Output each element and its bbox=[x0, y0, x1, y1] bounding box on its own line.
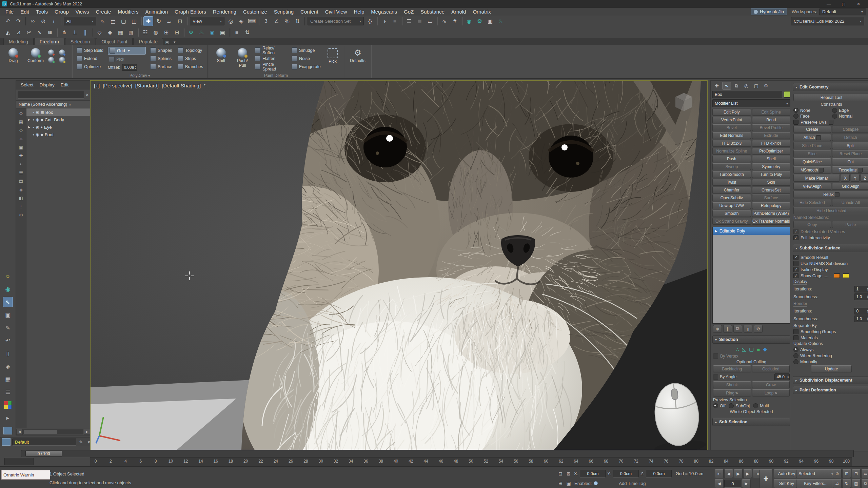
display-geometry-filter-icon[interactable]: ▦ bbox=[17, 118, 25, 125]
scroll-right-icon[interactable]: ▶ bbox=[84, 429, 90, 435]
select-cursor-icon[interactable]: ⇖ bbox=[3, 297, 13, 307]
checkbox[interactable]: ✓ bbox=[793, 267, 798, 272]
iterations-spinner[interactable]: 1▴▾ bbox=[854, 286, 868, 292]
modifier-opensubdiv-button[interactable]: OpenSubdiv bbox=[712, 195, 751, 201]
auto-key-button[interactable]: Auto Key bbox=[774, 469, 800, 478]
status-indicator-dot[interactable] bbox=[594, 481, 598, 485]
visibility-eye-icon[interactable]: ◉ bbox=[36, 117, 39, 122]
detach-button[interactable]: Detach bbox=[832, 134, 868, 141]
modifier-ffd-3x3x3-button[interactable]: FFD 3x3x3 bbox=[712, 140, 751, 147]
named-selection-sets-dropdown[interactable]: Create Selection Set▾ bbox=[308, 17, 364, 25]
expand-icon[interactable]: ▶ bbox=[27, 118, 31, 121]
tessellate-settings-icon[interactable] bbox=[858, 168, 863, 172]
time-slider[interactable]: 0 / 100 bbox=[21, 450, 854, 457]
time-tag-icon-icon[interactable]: ▣ bbox=[565, 480, 572, 487]
modifier-smooth-button[interactable]: Smooth bbox=[712, 210, 751, 217]
radio-always[interactable]: Always bbox=[793, 347, 868, 352]
play-animation-icon[interactable]: ▶ bbox=[734, 469, 743, 478]
scrollbar-thumb[interactable] bbox=[24, 430, 57, 434]
modifier-bend-button[interactable]: Bend bbox=[752, 117, 791, 123]
check-smoothing-groups[interactable]: Smoothing Groups bbox=[793, 329, 868, 334]
check-delete-isolated-vertices[interactable]: ✓Delete Isolated Vertices bbox=[793, 229, 868, 234]
conform-brush-1-icon[interactable] bbox=[48, 49, 54, 56]
maximize-viewport-toggle-icon[interactable]: ⧉ bbox=[861, 479, 868, 488]
radio-off[interactable]: Off bbox=[713, 403, 725, 408]
menu-create[interactable]: Create bbox=[93, 8, 115, 15]
noise-button[interactable]: Noise bbox=[291, 55, 322, 62]
strand-groups-icon[interactable]: ◆ bbox=[105, 27, 115, 37]
by-angle-spinner[interactable]: 45.0▴▾ bbox=[774, 373, 790, 380]
iterations-spinner[interactable]: 0▴▾ bbox=[854, 308, 868, 314]
y-coordinate-field[interactable]: 0.0cm bbox=[613, 470, 639, 477]
absolute-mode-transform-icon[interactable]: ⊡ bbox=[557, 470, 564, 477]
delete-tool-icon[interactable]: ▯ bbox=[3, 348, 13, 359]
element-subobject-icon[interactable]: ◆ bbox=[763, 346, 767, 352]
radio-face[interactable]: Face bbox=[793, 114, 831, 119]
check-smooth-result[interactable]: ✓Smooth Result bbox=[793, 255, 868, 260]
percent-snap-toggle-icon[interactable]: % bbox=[282, 16, 292, 26]
polydraw-group-label[interactable]: PolyDraw ▾ bbox=[72, 73, 208, 78]
visibility-eye-icon[interactable]: ◉ bbox=[36, 132, 39, 137]
create-button[interactable]: Create bbox=[793, 126, 831, 133]
conform-brush-2-icon[interactable] bbox=[59, 49, 65, 56]
scroll-left-icon[interactable]: ◀ bbox=[16, 429, 23, 435]
mesh-from-strands-icon[interactable]: ▦ bbox=[116, 27, 125, 37]
tab-freeform[interactable]: Freeform bbox=[34, 38, 64, 45]
select-and-manipulate-icon[interactable]: ◈ bbox=[236, 16, 246, 26]
polygon-subobject-icon[interactable]: ■ bbox=[757, 347, 760, 352]
next-frame-icon[interactable]: ▶ bbox=[743, 469, 752, 478]
modifier-turn-to-poly-button[interactable]: Turn to Poly bbox=[752, 171, 791, 178]
surface-button[interactable]: Surface bbox=[149, 63, 173, 70]
zoom-extents-icon[interactable]: ⊡ bbox=[852, 469, 861, 478]
radio-when-rendering[interactable]: When Rendering bbox=[793, 353, 868, 358]
spinner-arrows-icon[interactable]: ▴▾ bbox=[135, 65, 136, 69]
flatten-button[interactable]: Flatten bbox=[254, 55, 288, 62]
display-xrefs-filter-icon[interactable]: ▤ bbox=[17, 178, 25, 184]
scene-explorer-search-input[interactable] bbox=[18, 92, 84, 99]
color-swatch[interactable] bbox=[843, 273, 849, 278]
copy-button[interactable]: Copy bbox=[793, 221, 831, 228]
ring-button[interactable]: Ring⇅ bbox=[713, 389, 751, 396]
split-button[interactable]: Split bbox=[832, 142, 868, 149]
hair-cut-tool-icon[interactable]: ✂ bbox=[24, 27, 34, 37]
hair-preview-render-icon[interactable]: ♨ bbox=[197, 27, 206, 37]
zoom-region-icon[interactable]: ▧ bbox=[852, 479, 861, 488]
orbit-view-icon[interactable]: ↻ bbox=[842, 479, 851, 488]
push-pull-tool-button[interactable]: Push/ Pull bbox=[234, 47, 251, 68]
checkbox[interactable] bbox=[793, 120, 798, 125]
close-button[interactable]: ✕ bbox=[851, 0, 866, 8]
display-all-filter-icon[interactable]: ⊙ bbox=[17, 110, 25, 117]
shrink-button[interactable]: Shrink bbox=[713, 381, 751, 388]
modifier-bevel-button[interactable]: Bevel bbox=[712, 124, 751, 131]
display-bones-filter-icon[interactable]: ◈ bbox=[17, 186, 25, 193]
menu-substance[interactable]: Substance bbox=[417, 8, 448, 15]
z-coordinate-field[interactable]: 0.0cm bbox=[646, 470, 672, 477]
track-bar[interactable]: 0246810121416182022242628303234363840424… bbox=[90, 457, 852, 466]
set-key-button[interactable]: Set Key bbox=[774, 479, 800, 488]
display-tab-icon[interactable]: ▢ bbox=[752, 82, 761, 90]
polydraw-pick-button[interactable]: Pick bbox=[108, 56, 146, 63]
angle-snap-toggle-icon[interactable]: ∠ bbox=[272, 16, 281, 26]
configure-modifier-sets-icon[interactable]: ⚙ bbox=[754, 325, 763, 333]
exaggerate-button[interactable]: Exaggerate bbox=[291, 63, 322, 70]
tab-modeling[interactable]: Modeling bbox=[3, 38, 34, 45]
hide-unselected-button[interactable]: Hide Unselected bbox=[793, 207, 868, 214]
set-keys-button[interactable]: ✚ bbox=[760, 469, 772, 488]
previous-frame-icon[interactable]: ◀ bbox=[724, 469, 733, 478]
stack-item-editable-poly[interactable]: ▶ Editable Poly bbox=[713, 227, 790, 235]
pinch-spread-button[interactable]: Pinch/ Spread bbox=[254, 63, 288, 70]
tessellate-button[interactable]: Tessellate bbox=[832, 166, 868, 174]
modifier-shell-button[interactable]: Shell bbox=[752, 156, 791, 162]
defaults-button[interactable]: ⚙ Defaults bbox=[348, 47, 368, 63]
checkbox[interactable] bbox=[793, 335, 798, 340]
layer-color-swatch[interactable] bbox=[2, 438, 11, 446]
edit-layer-icon[interactable]: ✎ bbox=[78, 440, 84, 445]
radio-manually[interactable]: Manually bbox=[793, 359, 868, 364]
display-groups-filter-icon[interactable]: ☰ bbox=[17, 169, 25, 176]
branches-button[interactable]: Branches bbox=[177, 63, 204, 70]
radio-edge[interactable]: Edge bbox=[832, 108, 868, 113]
check-by-vertex[interactable]: By Vertex bbox=[713, 353, 790, 359]
scene-object-eye[interactable]: ▶●◉●Eye bbox=[26, 123, 91, 131]
clear-search-icon[interactable]: ✕ bbox=[85, 93, 89, 97]
checkbox[interactable] bbox=[713, 374, 718, 380]
